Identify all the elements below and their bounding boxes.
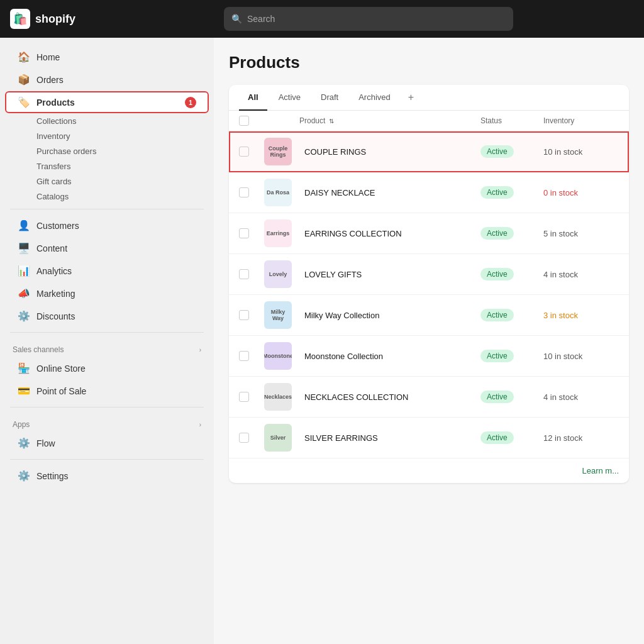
product-thumb-cell: Couple Rings xyxy=(264,138,299,165)
sidebar-item-label: Discounts xyxy=(36,311,75,321)
product-name[interactable]: NECKLACES COLLECTION xyxy=(299,392,480,402)
product-name[interactable]: LOVELY GIFTS xyxy=(299,270,480,279)
status-badge: Active xyxy=(480,227,514,240)
home-icon: 🏠 xyxy=(18,51,30,63)
sidebar-sub-purchase-orders[interactable]: Purchase orders xyxy=(5,144,209,158)
search-placeholder: Search xyxy=(247,14,275,24)
table-header: Product ⇅ Status Inventory xyxy=(229,111,629,131)
sidebar-item-home[interactable]: 🏠 Home xyxy=(5,46,209,68)
table-row[interactable]: Necklaces NECKLACES COLLECTION Active 4 … xyxy=(229,377,629,418)
table-row[interactable]: Earrings EARRINGS COLLECTION Active 5 in… xyxy=(229,213,629,254)
row-checkbox[interactable] xyxy=(239,351,249,361)
sidebar-item-label: Customers xyxy=(36,221,79,231)
header-product[interactable]: Product ⇅ xyxy=(299,116,480,125)
sidebar-sub-transfers[interactable]: Transfers xyxy=(5,159,209,174)
sidebar-item-analytics[interactable]: 📊 Analytics xyxy=(5,260,209,282)
products-table-card: All Active Draft Archived + Product ⇅ St… xyxy=(229,85,629,483)
product-name[interactable]: SILVER EARRINGS xyxy=(299,433,480,443)
sidebar-item-marketing[interactable]: 📣 Marketing xyxy=(5,282,209,304)
sidebar-sub-catalogs[interactable]: Catalogs xyxy=(5,189,209,204)
logo-area: 🛍️ shopify xyxy=(10,9,224,29)
row-checkbox[interactable] xyxy=(239,187,249,197)
sidebar-sub-collections[interactable]: Collections xyxy=(5,114,209,128)
product-name[interactable]: Moonstone Collection xyxy=(299,352,480,361)
header-checkbox-cell[interactable] xyxy=(239,116,264,126)
sidebar-item-discounts[interactable]: ⚙️ Discounts xyxy=(5,305,209,327)
shopify-logo-icon: 🛍️ xyxy=(10,9,30,29)
sidebar-divider-4 xyxy=(10,459,204,460)
sidebar-item-customers[interactable]: 👤 Customers xyxy=(5,214,209,236)
tab-archived[interactable]: Archived xyxy=(350,85,399,111)
row-checkbox[interactable] xyxy=(239,147,249,157)
sidebar-item-products[interactable]: 🏷️ Products 1 xyxy=(5,91,209,113)
row-checkbox-cell[interactable] xyxy=(239,187,264,197)
row-checkbox[interactable] xyxy=(239,392,249,402)
inventory-count: 4 in stock xyxy=(543,270,619,279)
content-icon: 🖥️ xyxy=(18,242,30,254)
row-checkbox-cell[interactable] xyxy=(239,351,264,361)
table-row[interactable]: Silver SILVER EARRINGS Active 12 in stoc… xyxy=(229,418,629,458)
row-checkbox-cell[interactable] xyxy=(239,147,264,157)
table-row[interactable]: Da Rosa DAISY NECKLACE Active 0 in stock xyxy=(229,172,629,213)
sidebar-sub-inventory[interactable]: Inventory xyxy=(5,129,209,143)
sidebar-item-orders[interactable]: 📦 Orders xyxy=(5,69,209,91)
sidebar-item-content[interactable]: 🖥️ Content xyxy=(5,237,209,259)
sidebar-item-flow[interactable]: ⚙️ Flow xyxy=(5,432,209,454)
table-row[interactable]: Couple Rings COUPLE RINGS Active 10 in s… xyxy=(229,131,629,172)
product-name[interactable]: DAISY NECKLACE xyxy=(299,188,480,197)
product-name[interactable]: EARRINGS COLLECTION xyxy=(299,229,480,238)
sidebar-item-online-store[interactable]: 🏪 Online Store xyxy=(5,357,209,379)
row-checkbox-cell[interactable] xyxy=(239,392,264,402)
table-row[interactable]: Moonstone Moonstone Collection Active 10… xyxy=(229,336,629,377)
sidebar-item-label: Orders xyxy=(36,75,64,85)
product-thumb-cell: Necklaces xyxy=(264,383,299,411)
product-thumb-cell: Silver xyxy=(264,424,299,452)
product-tabs: All Active Draft Archived + xyxy=(229,85,629,111)
sidebar-item-settings[interactable]: ⚙️ Settings xyxy=(5,465,209,487)
status-badge: Active xyxy=(480,145,514,158)
products-icon: 🏷️ xyxy=(18,96,30,108)
learn-more[interactable]: Learn m... xyxy=(229,458,629,483)
sidebar-divider-2 xyxy=(10,332,204,333)
sidebar-sub-gift-cards[interactable]: Gift cards xyxy=(5,174,209,189)
row-checkbox-cell[interactable] xyxy=(239,310,264,320)
product-status: Active xyxy=(480,309,543,321)
row-checkbox[interactable] xyxy=(239,269,249,279)
product-name[interactable]: COUPLE RINGS xyxy=(299,147,480,157)
table-row[interactable]: Lovely LOVELY GIFTS Active 4 in stock xyxy=(229,254,629,295)
product-thumbnail: Couple Rings xyxy=(264,138,292,165)
row-checkbox-cell[interactable] xyxy=(239,228,264,238)
product-thumbnail: Earrings xyxy=(264,219,292,247)
tab-all[interactable]: All xyxy=(239,85,267,111)
row-checkbox-cell[interactable] xyxy=(239,269,264,279)
inventory-count: 3 in stock xyxy=(543,311,619,320)
product-status: Active xyxy=(480,268,543,280)
product-thumb-cell: Milky Way xyxy=(264,301,299,329)
topbar: 🛍️ shopify 🔍 Search xyxy=(0,0,644,38)
tab-draft[interactable]: Draft xyxy=(312,85,347,111)
chevron-right-icon: › xyxy=(199,347,201,353)
customers-icon: 👤 xyxy=(18,219,30,231)
sidebar-item-label: Home xyxy=(36,52,60,62)
sidebar-item-label: Online Store xyxy=(36,364,86,374)
product-name[interactable]: Milky Way Collection xyxy=(299,311,480,320)
sort-icon: ⇅ xyxy=(329,118,334,125)
product-thumbnail: Lovely xyxy=(264,260,292,288)
product-thumbnail: Moonstone xyxy=(264,342,292,370)
row-checkbox[interactable] xyxy=(239,310,249,320)
orders-icon: 📦 xyxy=(18,74,30,86)
status-badge: Active xyxy=(480,431,514,444)
tab-active[interactable]: Active xyxy=(270,85,309,111)
inventory-count: 5 in stock xyxy=(543,229,619,238)
row-checkbox-cell[interactable] xyxy=(239,433,264,443)
search-bar[interactable]: 🔍 Search xyxy=(224,7,513,31)
sidebar-item-point-of-sale[interactable]: 💳 Point of Sale xyxy=(5,380,209,402)
select-all-checkbox[interactable] xyxy=(239,116,249,126)
product-status: Active xyxy=(480,145,543,158)
table-row[interactable]: Milky Way Milky Way Collection Active 3 … xyxy=(229,295,629,336)
row-checkbox[interactable] xyxy=(239,433,249,443)
row-checkbox[interactable] xyxy=(239,228,249,238)
inventory-count: 0 in stock xyxy=(543,188,619,197)
tab-add-button[interactable]: + xyxy=(402,87,420,108)
sidebar-item-label: Analytics xyxy=(36,266,72,276)
